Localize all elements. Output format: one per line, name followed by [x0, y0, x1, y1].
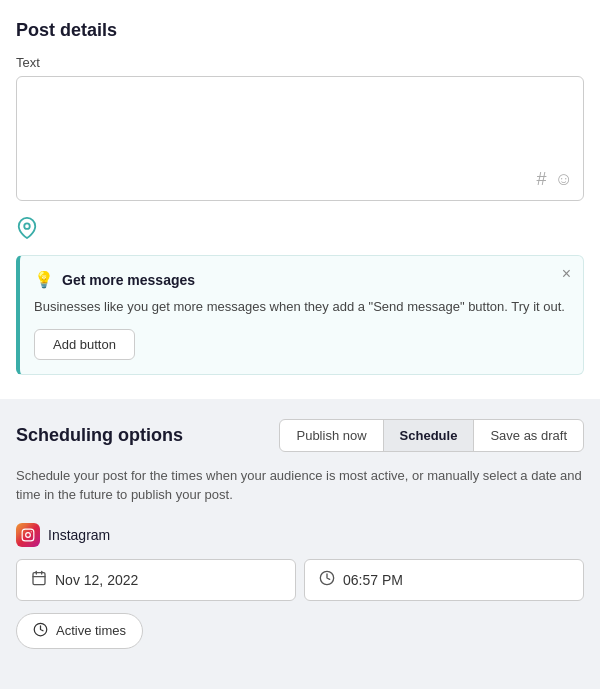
scheduling-section: Scheduling options Publish now Schedule …: [0, 399, 600, 673]
tip-header: 💡 Get more messages: [34, 270, 569, 289]
location-icon: [16, 217, 38, 239]
tab-save-as-draft[interactable]: Save as draft: [474, 420, 583, 451]
text-field-label: Text: [16, 55, 584, 70]
scheduling-description: Schedule your post for the times when yo…: [16, 466, 584, 505]
add-button-btn[interactable]: Add button: [34, 329, 135, 360]
tip-title: Get more messages: [62, 272, 195, 288]
active-times-button[interactable]: Active times: [16, 613, 143, 649]
location-row[interactable]: [16, 213, 584, 243]
time-field[interactable]: 06:57 PM: [304, 559, 584, 601]
time-value: 06:57 PM: [343, 572, 403, 588]
tip-close-button[interactable]: ×: [562, 266, 571, 282]
calendar-icon: [31, 570, 47, 590]
tab-schedule[interactable]: Schedule: [384, 420, 475, 451]
svg-rect-1: [22, 529, 34, 541]
text-area-wrapper: # ☺: [16, 76, 584, 201]
scheduling-tab-group: Publish now Schedule Save as draft: [279, 419, 584, 452]
post-details-section: Post details Text # ☺ 💡 Get more message…: [0, 0, 600, 399]
platform-name: Instagram: [48, 527, 110, 543]
scheduling-header: Scheduling options Publish now Schedule …: [16, 419, 584, 452]
active-times-label: Active times: [56, 623, 126, 638]
svg-rect-4: [33, 572, 45, 584]
text-area-icon-group: # ☺: [537, 169, 573, 190]
datetime-row: Nov 12, 2022 06:57 PM: [16, 559, 584, 601]
post-text-input[interactable]: [17, 77, 583, 197]
active-times-clock-icon: [33, 622, 48, 640]
tab-publish-now[interactable]: Publish now: [280, 420, 383, 451]
hashtag-icon[interactable]: #: [537, 169, 547, 190]
platform-row: Instagram: [16, 523, 584, 547]
tip-body: Businesses like you get more messages wh…: [34, 297, 569, 317]
svg-point-2: [26, 532, 31, 537]
instagram-icon: [16, 523, 40, 547]
svg-point-0: [24, 223, 30, 229]
scheduling-title: Scheduling options: [16, 425, 183, 446]
svg-point-3: [31, 531, 32, 532]
emoji-icon[interactable]: ☺: [555, 169, 573, 190]
date-value: Nov 12, 2022: [55, 572, 138, 588]
post-details-title: Post details: [16, 20, 584, 41]
date-field[interactable]: Nov 12, 2022: [16, 559, 296, 601]
bulb-icon: 💡: [34, 270, 54, 289]
tip-box: 💡 Get more messages × Businesses like yo…: [16, 255, 584, 375]
clock-icon: [319, 570, 335, 590]
